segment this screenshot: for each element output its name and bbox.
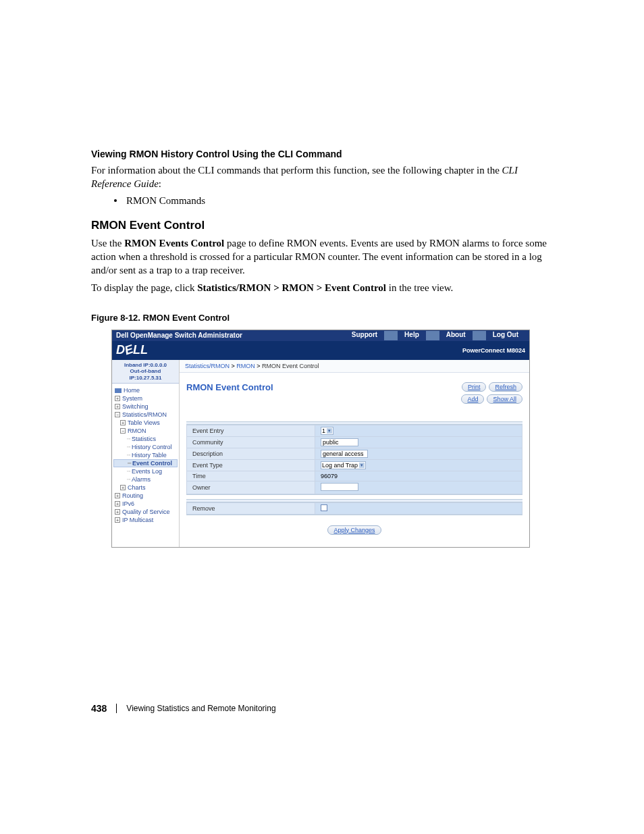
tree-dash-icon: ┈ (127, 476, 130, 483)
para1-bold: RMON Events Control (124, 238, 224, 249)
expand-icon[interactable]: + (120, 420, 126, 425)
tree-alarms-label: Alarms (132, 476, 151, 483)
expand-icon[interactable]: + (115, 517, 120, 523)
tree-dash-icon: ┈ (127, 436, 130, 442)
community-input[interactable]: public (321, 438, 358, 446)
bullet-item: RMON Commands (114, 195, 556, 207)
tree-statistics[interactable]: ┈Statistics (113, 435, 178, 443)
tree-ipv6[interactable]: +IPv6 (113, 500, 178, 508)
time-value: 96079 (321, 473, 338, 479)
crumb-rmon[interactable]: RMON (236, 363, 255, 369)
tree-ipm-label: IP Multicast (122, 517, 153, 523)
row-description: Description general access (187, 448, 522, 459)
para1-a: Use the (91, 238, 124, 249)
tree-ip-multicast[interactable]: +IP Multicast (113, 516, 178, 524)
tree-stats[interactable]: −Statistics/RMON (113, 411, 178, 419)
crumb-current: RMON Event Control (262, 363, 319, 369)
form-table: Event Entry 1▾ Community public (186, 425, 522, 494)
tree-rmon[interactable]: −RMON (113, 427, 178, 435)
event-entry-select[interactable]: 1▾ (321, 427, 333, 435)
tree-system[interactable]: +System (113, 394, 178, 402)
tree-qos-label: Quality of Service (122, 509, 170, 515)
cli-para-colon: : (159, 178, 161, 189)
tree-qos[interactable]: +Quality of Service (113, 508, 178, 516)
description-input[interactable]: general access (321, 450, 368, 458)
collapse-icon[interactable]: − (115, 412, 120, 417)
add-button[interactable]: Add (461, 394, 484, 404)
expand-icon[interactable]: + (115, 501, 120, 506)
expand-icon[interactable]: + (115, 493, 120, 498)
tree-switching[interactable]: +Switching (113, 402, 178, 411)
tree-dash-icon: ┈ (127, 444, 130, 450)
screenshot-container: Dell OpenManage Switch Administrator Sup… (111, 330, 530, 548)
owner-input[interactable] (321, 483, 358, 491)
main-inner: RMON Event Control Print Refresh Add Sho… (180, 373, 529, 547)
crumb-stats[interactable]: Statistics/RMON (185, 363, 230, 369)
refresh-button[interactable]: Refresh (489, 382, 522, 392)
label-event-entry: Event Entry (187, 425, 315, 436)
expand-icon[interactable]: + (115, 404, 120, 409)
tree-home-label: Home (124, 387, 140, 394)
tree-event-control[interactable]: ┈Event Control (113, 459, 178, 467)
label-description: Description (187, 448, 315, 459)
tree-ipv6-label: IPv6 (122, 500, 134, 507)
product-label: PowerConnect M8024 (462, 347, 525, 354)
label-remove: Remove (187, 502, 315, 514)
form-band-1: Event Entry 1▾ Community public (186, 421, 522, 495)
nav-tree: Home +System +Switching −Statistics/RMON… (112, 384, 179, 529)
tree-history-control-label: History Control (132, 444, 172, 450)
tree-statistics-label: Statistics (132, 436, 156, 442)
figure-caption: Figure 8-12. RMON Event Control (91, 313, 556, 323)
expand-icon[interactable]: + (115, 396, 120, 401)
cli-para-text: For information about the CLI commands t… (91, 165, 502, 176)
link-logout[interactable]: Log Out (486, 331, 525, 340)
tree-history-control[interactable]: ┈History Control (113, 443, 178, 451)
collapse-icon[interactable]: − (120, 428, 126, 434)
ip-inband: Inband IP:0.0.0.0 (113, 362, 178, 369)
tree-history-table[interactable]: ┈History Table (113, 451, 178, 459)
tree-switching-label: Switching (122, 403, 149, 410)
link-help[interactable]: Help (398, 331, 426, 340)
tree-table-views-label: Table Views (128, 419, 160, 426)
chevron-down-icon: ▾ (359, 463, 365, 468)
para2-a: To display the page, click (91, 282, 197, 293)
tree-table-views[interactable]: +Table Views (113, 419, 178, 427)
bullet-icon (114, 199, 117, 202)
main-panel: Statistics/RMON > RMON > RMON Event Cont… (180, 360, 529, 547)
link-about[interactable]: About (439, 331, 473, 340)
show-all-button[interactable]: Show All (487, 394, 522, 404)
print-button[interactable]: Print (462, 382, 487, 392)
tree-system-label: System (122, 395, 142, 402)
ip-box: Inband IP:0.0.0.0 Out-of-band IP:10.27.5… (112, 360, 179, 384)
link-support[interactable]: Support (345, 331, 384, 340)
section-title: RMON Event Control (91, 219, 556, 232)
tree-alarms[interactable]: ┈Alarms (113, 475, 178, 484)
tree-routing-label: Routing (122, 492, 143, 499)
section-para-1: Use the RMON Events Control page to defi… (91, 236, 556, 278)
event-type-select[interactable]: Log and Trap▾ (321, 461, 366, 469)
tree-dash-icon: ┈ (128, 460, 131, 467)
expand-icon[interactable]: + (115, 509, 120, 515)
tree-home[interactable]: Home (113, 386, 178, 394)
row-owner: Owner (187, 481, 522, 494)
tree-rmon-label: RMON (128, 427, 146, 434)
event-entry-value: 1 (322, 427, 325, 434)
cell-description: general access (315, 448, 522, 459)
tree-history-table-label: History Table (132, 452, 167, 459)
apply-changes-button[interactable]: Apply Changes (327, 525, 381, 535)
footer-chapter: Viewing Statistics and Remote Monitoring (126, 704, 275, 713)
tree-routing[interactable]: +Routing (113, 492, 178, 500)
remove-checkbox[interactable] (321, 504, 327, 511)
topbar-sep (473, 331, 486, 340)
topbar-links: Support Help About Log Out (345, 331, 525, 340)
tree-events-log-label: Events Log (132, 468, 162, 475)
action-buttons: Print Refresh Add Show All (461, 382, 522, 404)
page-footer: 438 Viewing Statistics and Remote Monito… (91, 703, 556, 714)
tree-events-log[interactable]: ┈Events Log (113, 467, 178, 475)
expand-icon[interactable]: + (120, 485, 126, 490)
tree-charts[interactable]: +Charts (113, 484, 178, 492)
row-event-entry: Event Entry 1▾ (187, 425, 522, 436)
cell-time: 96079 (315, 471, 522, 481)
home-icon (115, 388, 122, 393)
logo-row: DELL PowerConnect M8024 (112, 341, 529, 360)
